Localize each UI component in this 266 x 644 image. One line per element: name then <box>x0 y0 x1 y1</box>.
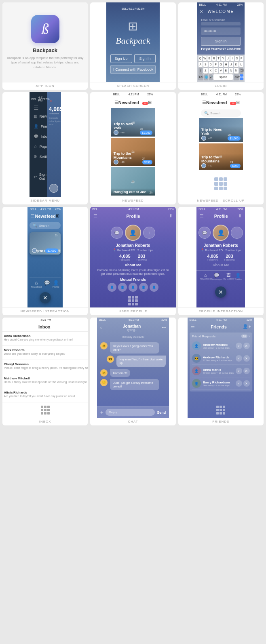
accept-btn-ar[interactable]: ✓ <box>236 355 242 362</box>
tab-messages-pi[interactable]: 💬 Messages <box>211 273 222 280</box>
reject-btn-am[interactable]: ✕ <box>243 343 250 349</box>
more-options-icon[interactable]: ••• <box>162 326 166 330</box>
key-m[interactable]: M <box>234 68 239 74</box>
accept-btn-am[interactable]: ✓ <box>236 343 242 349</box>
tab-messages[interactable]: 💬 <box>44 280 50 288</box>
signin-button[interactable]: Sign In <box>134 54 156 63</box>
tab-profile[interactable]: 👤 Profile <box>53 280 59 288</box>
key-c[interactable]: C <box>213 68 218 74</box>
key-z[interactable]: Z <box>203 68 208 74</box>
key-x[interactable]: X <box>209 68 213 74</box>
reject-btn-barry[interactable]: ✕ <box>243 380 250 387</box>
feed-card-mtn-s[interactable]: 🏔 Trip to the Mountains +33 24 $399 <box>199 143 243 170</box>
share-icon-pi[interactable]: ⬆ <box>238 213 242 219</box>
key-y[interactable]: Y <box>221 56 225 61</box>
key-j[interactable]: J <box>229 62 233 67</box>
key-d[interactable]: D <box>209 62 213 67</box>
add-friend-icon[interactable]: 👤+ <box>243 324 251 329</box>
chat-send-button[interactable]: Send <box>157 410 166 415</box>
email-input[interactable] <box>201 22 241 25</box>
key-k[interactable]: K <box>234 62 239 67</box>
reject-btn-anna[interactable]: ✕ <box>243 368 250 374</box>
feed-card-joe[interactable]: ☕ Hanging out at Joe 2h <box>111 167 155 196</box>
fab-close-button[interactable]: ✕ <box>40 292 51 303</box>
friend-andrew-mitchell[interactable]: 👤 Andrew Mitchell 3km away • 2 active tr… <box>192 340 250 352</box>
inbox-item-anna[interactable]: A Anna Richardson Hey dude! Can you ping… <box>2 332 88 346</box>
key-a[interactable]: A <box>198 62 203 67</box>
mutual-avatar-4[interactable]: 👤 <box>139 283 148 292</box>
mutual-avatar-3[interactable]: 👤 <box>129 283 137 292</box>
sidebar-item-popular[interactable]: ☆ Popular <box>30 141 47 152</box>
key-n[interactable]: N <box>229 68 233 74</box>
key-t[interactable]: T <box>217 56 220 61</box>
reject-btn-ar[interactable]: ✕ <box>243 355 250 362</box>
sidebar-item-friends[interactable]: 👤 Friends <box>30 121 47 131</box>
sidebar-item-newsfeed[interactable]: ▦ Newsfeed <box>30 111 47 121</box>
key-globe[interactable]: 🌐 <box>204 74 208 80</box>
profile-grid-btn[interactable] <box>90 296 175 307</box>
share-icon[interactable]: ⬆ <box>169 213 173 219</box>
signin-button[interactable]: Sign In <box>201 37 241 46</box>
profile-add-btn-pi[interactable]: + <box>231 227 243 239</box>
key-123[interactable]: 123 <box>198 74 203 80</box>
key-i[interactable]: I <box>230 56 234 61</box>
hamburger-icon-s[interactable]: ☰ <box>202 100 206 105</box>
hamburger-icon[interactable]: ☰ <box>114 100 118 105</box>
signup-button[interactable]: Sign Up <box>110 54 132 63</box>
profile-add-btn[interactable]: + <box>143 227 155 239</box>
key-r[interactable]: R <box>212 56 216 61</box>
key-f[interactable]: F <box>213 62 218 67</box>
hamburger-icon-p[interactable]: ☰ <box>93 213 97 219</box>
key-u[interactable]: U <box>226 56 230 61</box>
filter-icon-s[interactable]: ⊞ <box>236 100 240 105</box>
hamburger-icon-pi[interactable]: ☰ <box>200 213 204 219</box>
profile-messages-btn-pi[interactable]: 💬 <box>198 227 211 239</box>
inbox-item-matthew[interactable]: M Matthew Mitchell Haha, I finally saw t… <box>2 374 88 388</box>
tab-profile-pi[interactable]: 👤 Profile <box>235 273 242 280</box>
key-h[interactable]: H <box>224 62 228 67</box>
hamburger-icon[interactable]: ☰ <box>30 103 47 111</box>
fab-close-btn-pi[interactable]: ✕ <box>215 286 226 298</box>
mutual-avatar-1[interactable]: 👤 <box>108 283 116 292</box>
friends-grid-btn[interactable] <box>188 402 254 418</box>
inbox-item-cheryl[interactable]: C Cheryl Donovan Please, don't forget to… <box>2 360 88 374</box>
feed-card-newyork-s[interactable]: 🏙 Trip to New York +85 2h $1,060 <box>199 118 243 142</box>
chat-reply-input[interactable] <box>106 409 155 416</box>
friend-anna-marks[interactable]: 👤 Anna Marks 800km away • 15 active trip… <box>192 365 250 377</box>
hamburger-icon-f[interactable]: ☰ <box>191 324 195 329</box>
tab-gallery-pi[interactable]: 🖼 My Gallery <box>223 273 234 280</box>
profile-messages-btn[interactable]: 💬 <box>111 227 123 239</box>
password-input[interactable]: •••••••••• <box>201 27 241 35</box>
key-mic[interactable]: 🎤 <box>209 74 213 80</box>
inbox-grid-btn[interactable] <box>2 402 88 418</box>
close-icon[interactable]: ✕ <box>199 9 203 15</box>
accept-btn-anna[interactable]: ✓ <box>236 368 242 374</box>
facebook-button[interactable]: f Connect with Facebook <box>110 65 156 74</box>
key-w[interactable]: W <box>203 56 207 61</box>
friend-andrew-richards[interactable]: 😎 Andrew Richards 322km away • 1 active … <box>192 352 250 365</box>
search-bar-nfi[interactable]: 🔍 Search <box>30 222 60 229</box>
back-button[interactable]: ‹ <box>100 325 102 330</box>
key-v[interactable]: V <box>219 68 223 74</box>
nfi-card-newyork[interactable]: Trip to New York +85 $1,060 2h <box>30 232 60 255</box>
friend-barry-richardson[interactable]: 👤 Barry Richardson 6km away • 4 active t… <box>192 377 250 390</box>
key-l[interactable]: L <box>239 62 244 67</box>
key-b[interactable]: B <box>224 68 228 74</box>
key-g[interactable]: G <box>219 62 223 67</box>
inbox-item-alicia[interactable]: A Alicia Richards Are you free today? If… <box>2 388 88 402</box>
filter-icon[interactable]: ⊞ <box>148 100 152 105</box>
inbox-item-mark[interactable]: M Mark Roberts Didn't see you online tod… <box>2 346 88 360</box>
key-delete[interactable]: ⌫ <box>239 68 244 74</box>
mutual-avatar-5[interactable]: 👤 <box>150 283 158 292</box>
hamburger-icon-nfi[interactable]: ☰ <box>31 213 35 219</box>
filter-icon-nfi[interactable]: ⊞ <box>56 213 59 219</box>
mutual-avatar-2[interactable]: 👤 <box>118 283 127 292</box>
chat-add-icon[interactable]: + <box>100 409 103 416</box>
key-e[interactable]: E <box>207 56 211 61</box>
accept-btn-barry[interactable]: ✓ <box>236 380 242 387</box>
tab-newsfeed[interactable]: ⌂ Newsfeed <box>31 280 42 288</box>
key-space[interactable]: space <box>213 74 233 80</box>
key-o[interactable]: O <box>235 56 239 61</box>
feed-card-newyork[interactable]: 🏙 Trip to New York +85 2h $1,060 <box>111 108 155 137</box>
key-q[interactable]: Q <box>198 56 202 61</box>
